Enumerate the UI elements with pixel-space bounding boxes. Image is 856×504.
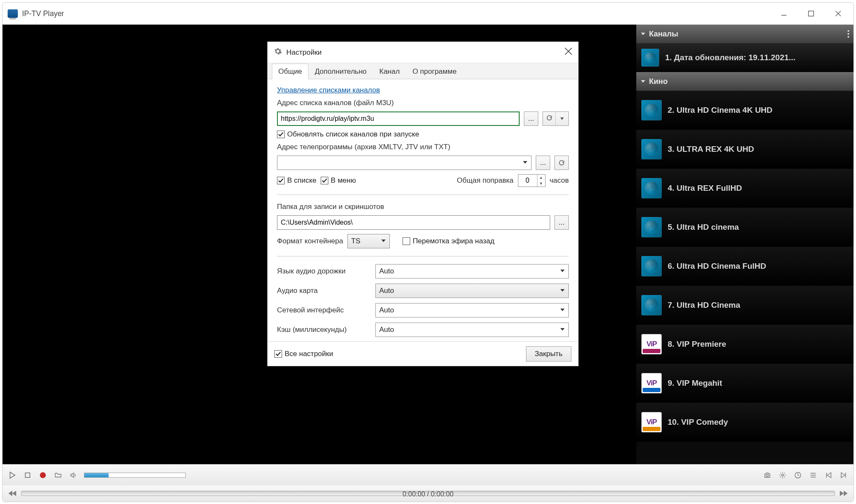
prev-track-button[interactable]: [824, 471, 833, 480]
volume-slider[interactable]: [84, 473, 186, 478]
folder-label: Папка для записи и скриншотов: [277, 203, 569, 211]
offset-hours-input[interactable]: [518, 176, 537, 185]
channel-item[interactable]: ViP 9. VIP Megahit: [636, 364, 853, 403]
open-file-button[interactable]: [53, 471, 63, 480]
channel-thumbnail-icon: ViP: [641, 373, 662, 393]
m3u-browse-button[interactable]: ...: [524, 111, 538, 126]
record-button[interactable]: [38, 471, 48, 480]
volume-level: [84, 473, 109, 477]
channel-thumbnail-icon: [641, 139, 662, 159]
separator: [277, 195, 569, 195]
update-on-start-checkbox[interactable]: Обновлять список каналов при запуске: [277, 130, 569, 139]
play-button[interactable]: [8, 471, 17, 480]
audio-track-label: Язык аудио дорожки: [277, 267, 370, 276]
rewind-checkbox[interactable]: Перемотка эфира назад: [403, 237, 495, 245]
settings-button[interactable]: [778, 471, 787, 480]
dialog-close-button[interactable]: [565, 47, 572, 57]
record-folder-input[interactable]: [277, 215, 550, 230]
chevron-down-icon: [560, 267, 565, 276]
checkbox-label: Обновлять список каналов при запуске: [287, 130, 419, 139]
seek-slider[interactable]: 0:00:00 / 0:00:00: [21, 491, 835, 496]
offset-hours-spinner[interactable]: ▲ ▼: [518, 174, 545, 187]
m3u-refresh-button[interactable]: [543, 111, 569, 126]
all-settings-checkbox[interactable]: Все настройки: [274, 350, 333, 358]
epg-url-combo[interactable]: [277, 156, 532, 170]
container-label: Формат контейнера: [277, 237, 343, 245]
channels-group-cinema[interactable]: Кино: [636, 72, 853, 91]
screenshot-button[interactable]: [763, 471, 772, 480]
schedule-button[interactable]: [793, 471, 803, 480]
settings-tabs: Общие Дополнительно Канал О программе: [268, 63, 578, 79]
epg-browse-button[interactable]: ...: [536, 156, 550, 170]
channel-item[interactable]: ViP 10. VIP Comedy: [636, 403, 853, 442]
next-track-button[interactable]: [839, 471, 848, 480]
tab-channel[interactable]: Канал: [373, 64, 406, 79]
channel-item[interactable]: 3. ULTRA REX 4K UHD: [636, 130, 853, 169]
chevron-down-icon: [560, 326, 565, 334]
cache-value: Auto: [379, 326, 394, 334]
audio-card-value: Auto: [379, 287, 394, 295]
spinner-down-icon[interactable]: ▼: [537, 181, 545, 187]
audio-track-combo[interactable]: Auto: [375, 264, 569, 278]
seek-forward-button[interactable]: [839, 490, 848, 497]
channel-label: 6. Ultra HD Cinema FulHD: [668, 262, 766, 271]
channel-label: 1. Дата обновления: 19.11.2021...: [665, 53, 795, 62]
seek-back-button[interactable]: [8, 490, 17, 497]
channel-item[interactable]: 7. Ultra HD Cinema: [636, 286, 853, 325]
channel-label: 9. VIP Megahit: [668, 379, 722, 388]
playlist-toggle-button[interactable]: [808, 471, 818, 480]
channels-list[interactable]: 1. Дата обновления: 19.11.2021... Кино 2…: [636, 43, 853, 464]
checkbox-label: В списке: [287, 176, 316, 185]
checkbox-label: Все настройки: [285, 350, 333, 358]
separator: [277, 256, 569, 256]
container-value: TS: [351, 237, 361, 245]
hours-label: часов: [550, 176, 569, 185]
collapse-arrow-icon: [641, 77, 646, 86]
spinner-up-icon[interactable]: ▲: [537, 175, 545, 181]
tab-about[interactable]: О программе: [406, 64, 463, 79]
channel-item[interactable]: 1. Дата обновления: 19.11.2021...: [636, 43, 853, 72]
gear-icon: [274, 47, 282, 58]
channel-thumbnail-icon: ViP: [641, 334, 662, 354]
epg-label: Адрес телепрограммы (архив XMLTV, JTV ил…: [277, 143, 569, 151]
record-icon: [40, 472, 46, 478]
cache-combo[interactable]: Auto: [375, 323, 569, 337]
channels-header[interactable]: Каналы: [636, 25, 853, 43]
net-iface-combo[interactable]: Auto: [375, 303, 569, 317]
channel-item[interactable]: 5. Ultra HD cinema: [636, 208, 853, 247]
close-button[interactable]: [825, 4, 852, 23]
close-dialog-button[interactable]: Закрыть: [526, 346, 571, 362]
container-format-combo[interactable]: TS: [347, 234, 390, 248]
epg-in-menu-checkbox[interactable]: В меню: [321, 176, 356, 185]
net-iface-value: Auto: [379, 306, 394, 315]
audio-track-value: Auto: [379, 267, 394, 276]
window-title: IP-TV Player: [22, 9, 770, 18]
channel-thumbnail-icon: [641, 100, 662, 120]
svg-rect-0: [808, 11, 814, 16]
stop-button[interactable]: [23, 471, 32, 480]
manage-lists-link[interactable]: Управление списками каналов: [277, 86, 569, 95]
minimize-button[interactable]: [770, 4, 797, 23]
channel-label: 7. Ultra HD Cinema: [668, 301, 740, 310]
tab-advanced[interactable]: Дополнительно: [308, 64, 373, 79]
channel-label: 8. VIP Premiere: [668, 340, 726, 349]
epg-refresh-button[interactable]: [554, 156, 569, 170]
channels-menu-icon[interactable]: [848, 30, 849, 38]
audio-card-combo[interactable]: Auto: [375, 284, 569, 298]
cache-label: Кэш (миллисекунды): [277, 326, 370, 334]
folder-browse-button[interactable]: ...: [554, 215, 569, 230]
channel-item[interactable]: ViP 8. VIP Premiere: [636, 325, 853, 364]
volume-button[interactable]: [69, 471, 78, 480]
m3u-url-input[interactable]: [277, 111, 520, 126]
tab-general[interactable]: Общие: [272, 64, 308, 79]
maximize-button[interactable]: [797, 4, 825, 23]
channel-item[interactable]: 6. Ultra HD Cinema FulHD: [636, 247, 853, 286]
channel-item[interactable]: 2. Ultra HD Cinema 4K UHD: [636, 91, 853, 130]
player-toolbar: [3, 464, 853, 485]
channel-item[interactable]: 4. Ultra REX FullHD: [636, 169, 853, 208]
settings-dialog: Настройки Общие Дополнительно Канал О пр…: [267, 42, 579, 366]
channels-pane: Каналы 1. Дата обновления: 19.11.2021...…: [636, 25, 853, 464]
checkbox-label: В меню: [331, 176, 356, 185]
epg-in-list-checkbox[interactable]: В списке: [277, 176, 316, 185]
dialog-title: Настройки: [286, 48, 322, 57]
